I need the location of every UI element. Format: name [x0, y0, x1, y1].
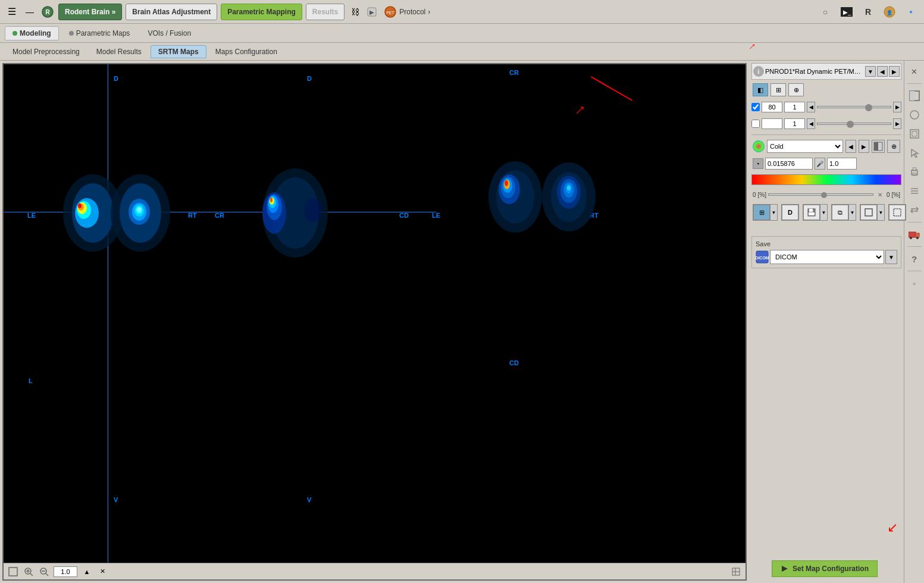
sidebar-frame-icon[interactable] [906, 126, 923, 142]
view-expand-icon[interactable] [730, 566, 742, 578]
sidebar-close-icon[interactable]: ✕ [906, 63, 923, 80]
tool-frame-btn[interactable] [860, 205, 877, 220]
image-selector-next-btn[interactable]: ▶ [889, 66, 900, 77]
forward-icon[interactable]: ▶ [366, 5, 380, 19]
quad-view-btn[interactable]: ⊞ [770, 83, 786, 96]
sidebar-help-icon[interactable]: ? [906, 250, 923, 267]
slider2-right-btn[interactable]: ▶ [893, 118, 901, 129]
slider1-value2-input[interactable] [784, 102, 805, 112]
image-selector-dropdown-btn[interactable]: ▼ [865, 66, 876, 77]
right-panel: i PNROD1*Rat Dynamic PET/MR k2 ▼ ◀ ▶ ◧ ⊞… [749, 61, 904, 583]
sub-tab-model-results[interactable]: Model Results [89, 45, 149, 58]
sidebar-view-icon[interactable] [906, 87, 923, 104]
sub-tab-maps-configuration[interactable]: Maps Configuration [208, 45, 285, 58]
svg-rect-61 [809, 209, 813, 212]
max-value-input[interactable] [827, 158, 857, 170]
slider2-left-btn[interactable]: ◀ [807, 118, 815, 129]
zoom-in-icon[interactable] [23, 566, 35, 578]
mic-btn[interactable]: 🎤 [815, 158, 825, 170]
colormap-select[interactable]: Cold Hot Rainbow [767, 140, 843, 153]
user-profile-icon[interactable]: 👤 [881, 4, 898, 20]
label-d-left: D [114, 75, 118, 82]
top-toolbar: ☰ — R Rodent Brain » Brain Atlas Adjustm… [0, 0, 924, 24]
zoom-down-icon[interactable]: ✕ [96, 566, 108, 578]
colormap-extra-btn[interactable]: ⊕ [887, 140, 900, 153]
slider1-thumb[interactable] [865, 104, 872, 111]
slider-row-2: ◀ ▶ [751, 117, 901, 131]
sidebar-circle-icon[interactable] [906, 106, 923, 123]
brain-atlas-button[interactable]: Brain Atlas Adjustment [126, 4, 217, 20]
range-slider-thumb[interactable] [821, 192, 827, 198]
sub-tab-bar: Model Preprocessing Model Results SRTM M… [0, 43, 924, 61]
slider1-checkbox[interactable] [751, 103, 760, 111]
set-map-configuration-button[interactable]: Set Map Configuration [772, 560, 878, 577]
save-format-select[interactable]: DICOM NIfTI ANALYZE [770, 250, 884, 264]
set-map-play-icon [781, 565, 789, 573]
forward-terminal-icon[interactable]: ▶_ [838, 4, 855, 20]
sidebar-swap-icon[interactable] [906, 202, 923, 218]
hamburger-menu-icon[interactable]: ☰ [5, 5, 19, 19]
tool-copy-btn[interactable]: ⧉ [832, 205, 848, 220]
parametric-mapping-button[interactable]: Parametric Mapping [221, 4, 302, 20]
sidebar-cursor-icon[interactable] [906, 145, 923, 161]
slider1-right-btn[interactable]: ▶ [893, 102, 901, 112]
image-selector-prev-btn[interactable]: ◀ [877, 66, 888, 77]
tool-cursor-btn[interactable]: ⊞ [753, 205, 770, 220]
save-format-icon: DICOM [756, 250, 769, 264]
slider2-track[interactable] [817, 123, 891, 125]
sidebar-menu-icon[interactable] [906, 183, 923, 199]
min-value-input[interactable] [765, 158, 813, 170]
svg-line-53 [46, 573, 48, 576]
tool-box-btn[interactable] [889, 205, 906, 220]
viewer-bottom-bar: ▲ ✕ [4, 563, 746, 579]
slider2-value2-input[interactable] [784, 118, 805, 129]
range-left-unit: [%] [758, 192, 766, 198]
r-console-icon[interactable]: R [860, 4, 876, 20]
zoom-value-input[interactable] [54, 566, 77, 577]
tool-d-btn[interactable]: D [782, 205, 798, 220]
fullscreen-toggle-icon[interactable] [7, 566, 19, 578]
slider2-thumb[interactable] [847, 121, 854, 128]
tool-save-dropdown[interactable]: ▼ [820, 205, 827, 220]
range-right-value: 0 [887, 192, 890, 198]
range-close-btn[interactable]: ✕ [875, 190, 885, 199]
colormap-next-btn[interactable]: ▶ [859, 140, 869, 153]
tab-modeling[interactable]: Modeling [5, 26, 59, 40]
colormap-prev-btn[interactable]: ◀ [845, 140, 856, 153]
zoom-out-icon[interactable] [38, 566, 50, 578]
minimize-icon[interactable]: — [23, 5, 37, 19]
sidebar-print-icon[interactable] [906, 164, 923, 180]
other-view-btn[interactable]: ⊕ [788, 83, 804, 96]
slider1-track[interactable] [817, 106, 891, 108]
svg-text:👤: 👤 [887, 10, 892, 15]
tool-copy-dropdown[interactable]: ▼ [848, 205, 856, 220]
link-icon[interactable]: ⛓ [348, 5, 362, 19]
rodent-brain-button[interactable]: Rodent Brain » [58, 4, 122, 20]
sidebar-truck-icon[interactable] [906, 226, 923, 243]
sub-tab-srtm-maps[interactable]: SRTM Maps [151, 45, 206, 58]
sub-tab-model-preprocessing[interactable]: Model Preprocessing [5, 45, 87, 58]
tool-group1-dropdown[interactable]: ▼ [770, 205, 777, 220]
svg-point-46 [567, 186, 571, 190]
tool-row: ⊞ ▼ D ▼ ⧉ ▼ [751, 203, 901, 222]
tool-frame-dropdown[interactable]: ▼ [877, 205, 884, 220]
viewer-canvas[interactable]: CR D LE RT V L D CR CD V LE RT CD [4, 64, 746, 563]
single-view-btn[interactable]: ◧ [753, 83, 768, 96]
zoom-up-icon[interactable]: ▲ [81, 566, 93, 578]
results-button[interactable]: Results [306, 4, 344, 20]
tab-vois-fusion[interactable]: VOIs / Fusion [140, 26, 199, 40]
info-icon[interactable]: i [753, 66, 764, 77]
range-slider-track[interactable] [768, 193, 873, 196]
slider1-value1-input[interactable] [762, 102, 782, 112]
save-section-label: Save [756, 240, 897, 247]
svg-line-49 [30, 573, 33, 576]
slider2-checkbox[interactable] [751, 120, 760, 128]
svg-rect-72 [912, 131, 917, 136]
tool-save-btn[interactable] [803, 205, 820, 220]
slider1-left-btn[interactable]: ◀ [807, 102, 815, 112]
slider2-value1-input[interactable] [762, 118, 782, 129]
save-dropdown-btn[interactable]: ▼ [885, 250, 897, 264]
colormap-invert-btn[interactable] [872, 140, 885, 153]
colormap-icon[interactable] [753, 140, 765, 152]
tab-parametric-maps[interactable]: Parametric Maps [61, 26, 138, 40]
